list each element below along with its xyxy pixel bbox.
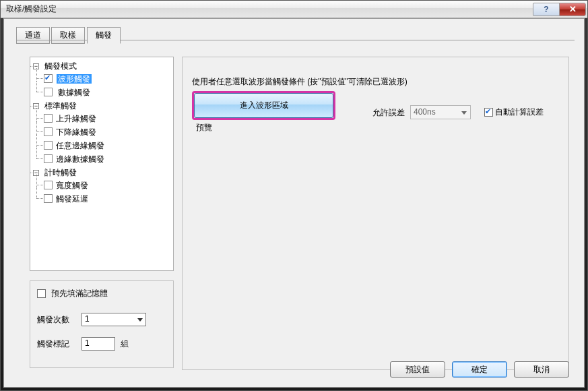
enter-waveform-highlight: 進入波形區域 [192,91,335,120]
prefill-row: 預先填滿記憶體 [37,288,166,299]
checkbox[interactable] [44,154,53,163]
prefill-checkbox[interactable] [37,289,46,298]
auto-tolerance-label: 自動計算誤差 [495,107,544,118]
dialog-footer: 預設值 確定 取消 [390,361,569,378]
dialog-window: 取樣/觸發設定 通道 取樣 觸發 − 觸發模式 [0,0,588,391]
trigger-mark-label: 觸發標記 [37,338,76,350]
defaults-button[interactable]: 預設值 [390,361,445,378]
checkbox[interactable] [44,181,53,189]
group-label: 觸發模式 [43,61,78,71]
trigger-mark-unit: 組 [121,338,129,350]
trigger-count-label: 觸發次數 [37,314,76,326]
trigger-mark-value: 1 [85,338,90,348]
trigger-count-row: 觸發次數 1 [37,313,166,326]
window-controls [533,3,586,16]
tree-item-edge-data[interactable]: 邊緣數據觸發 [44,152,172,166]
enter-waveform-button[interactable]: 進入波形區域 [194,93,333,118]
tree-group-standard-trigger: − 標準觸發 上升緣觸發 下降緣觸發 任意邊緣觸發 邊緣數據觸發 [33,100,172,167]
checkbox[interactable] [44,141,53,150]
checkbox[interactable] [44,74,53,83]
tab-sampling[interactable]: 取樣 [51,27,85,44]
tolerance-combo[interactable]: 400ns [410,105,471,119]
tree-item-data-trigger[interactable]: 數據觸發 [44,86,172,99]
checkbox[interactable] [44,114,53,123]
cancel-button[interactable]: 取消 [514,361,569,378]
auto-tolerance-checkbox[interactable] [484,108,493,117]
ok-button[interactable]: 確定 [452,361,507,378]
client-area: 通道 取樣 觸發 − 觸發模式 波形觸發 [3,18,585,388]
trigger-mark-input[interactable]: 1 [81,337,115,351]
tree-item-trigger-delay[interactable]: 觸發延遲 [44,192,172,206]
item-label: 邊緣數據觸發 [55,154,106,164]
tree-item-width-trigger[interactable]: 寬度觸發 [44,179,172,192]
tab-channel[interactable]: 通道 [16,27,50,44]
item-label: 下降緣觸發 [55,127,98,137]
checkbox[interactable] [44,194,53,203]
tree-group-timing-trigger: − 計時觸發 寬度觸發 觸發延遲 [33,167,172,206]
trigger-mode-tree-panel: − 觸發模式 波形觸發 數據觸發 [30,57,174,271]
group-label: 標準觸發 [43,101,78,111]
title-bar: 取樣/觸發設定 [1,1,587,18]
tab-trigger[interactable]: 觸發 [87,27,121,44]
checkbox[interactable] [44,127,53,136]
help-button[interactable] [533,3,560,16]
group-label: 計時觸發 [43,168,78,177]
tolerance-label: 允許誤差 [372,107,405,119]
item-label: 寬度觸發 [55,181,90,190]
tolerance-value: 400ns [414,107,436,117]
tree-item-falling-edge[interactable]: 下降緣觸發 [44,125,172,139]
prefill-label: 預先填滿記憶體 [51,288,108,299]
trigger-count-value: 1 [85,314,90,324]
tree-item-any-edge[interactable]: 任意邊緣觸發 [44,139,172,152]
tree-item-waveform-trigger[interactable]: 波形觸發 [44,72,172,86]
preview-label: 預覽 [196,122,212,133]
trigger-mode-tree: − 觸發模式 波形觸發 數據觸發 [32,60,172,206]
close-button[interactable] [559,3,586,16]
item-label: 任意邊緣觸發 [55,141,106,150]
trigger-count-select[interactable]: 1 [81,313,146,326]
auto-tolerance-row: 自動計算誤差 [484,107,544,118]
item-label: 數據觸發 [57,88,92,97]
instruction-text: 使用者任意選取波形當觸發條件 (按"預設值"可清除已選波形) [192,76,407,88]
tab-strip: 通道 取樣 觸發 [16,27,120,44]
item-label: 波形觸發 [57,74,92,84]
checkbox[interactable] [44,88,53,96]
item-label: 觸發延遲 [55,194,90,204]
item-label: 上升緣觸發 [55,114,98,123]
tree-item-rising-edge[interactable]: 上升緣觸發 [44,112,172,125]
window-title: 取樣/觸發設定 [6,3,57,15]
tree-group-trigger-mode: − 觸發模式 波形觸發 數據觸發 [33,60,172,100]
trigger-mark-row: 觸發標記 1 組 [37,337,166,351]
trigger-settings-panel: 使用者任意選取波形當觸發條件 (按"預設值"可清除已選波形) 進入波形區域 預覽… [182,57,569,370]
trigger-options-panel: 預先填滿記憶體 觸發次數 1 觸發標記 1 組 [30,280,174,368]
